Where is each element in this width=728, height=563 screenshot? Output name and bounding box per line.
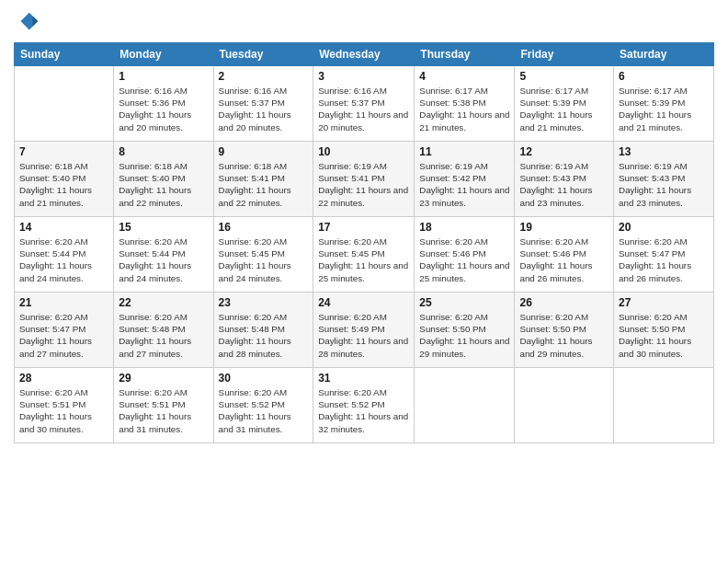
cell-info: Sunrise: 6:20 AM Sunset: 5:50 PM Dayligh… [619, 311, 709, 360]
weekday-header-sunday: Sunday [15, 43, 114, 66]
day-number: 25 [419, 296, 509, 309]
calendar-cell [15, 66, 114, 142]
cell-info: Sunrise: 6:20 AM Sunset: 5:51 PM Dayligh… [19, 386, 108, 435]
day-number: 8 [119, 145, 208, 158]
calendar-cell: 12Sunrise: 6:19 AM Sunset: 5:43 PM Dayli… [515, 142, 614, 217]
day-number: 7 [19, 145, 108, 158]
cell-info: Sunrise: 6:19 AM Sunset: 5:41 PM Dayligh… [318, 160, 409, 209]
day-number: 5 [519, 70, 609, 83]
day-number: 12 [519, 145, 609, 158]
calendar-cell [415, 368, 515, 443]
calendar-cell: 2Sunrise: 6:16 AM Sunset: 5:37 PM Daylig… [213, 66, 313, 142]
calendar-cell: 24Sunrise: 6:20 AM Sunset: 5:49 PM Dayli… [313, 293, 415, 368]
calendar-cell: 29Sunrise: 6:20 AM Sunset: 5:51 PM Dayli… [114, 368, 213, 443]
logo-icon [14, 9, 40, 35]
cell-info: Sunrise: 6:18 AM Sunset: 5:41 PM Dayligh… [219, 160, 309, 209]
cell-info: Sunrise: 6:17 AM Sunset: 5:39 PM Dayligh… [619, 85, 709, 133]
day-number: 9 [219, 145, 309, 158]
day-number: 3 [318, 70, 409, 83]
calendar-cell: 7Sunrise: 6:18 AM Sunset: 5:40 PM Daylig… [15, 142, 114, 217]
calendar-cell: 3Sunrise: 6:16 AM Sunset: 5:37 PM Daylig… [313, 66, 415, 142]
day-number: 22 [119, 296, 208, 309]
day-number: 10 [318, 145, 409, 158]
day-number: 29 [119, 372, 208, 385]
calendar-cell: 28Sunrise: 6:20 AM Sunset: 5:51 PM Dayli… [15, 368, 114, 443]
cell-info: Sunrise: 6:19 AM Sunset: 5:43 PM Dayligh… [519, 160, 609, 209]
day-number: 26 [519, 296, 609, 309]
cell-info: Sunrise: 6:16 AM Sunset: 5:36 PM Dayligh… [119, 85, 208, 133]
cell-info: Sunrise: 6:20 AM Sunset: 5:48 PM Dayligh… [219, 311, 309, 360]
day-number: 1 [119, 70, 208, 83]
calendar-cell: 21Sunrise: 6:20 AM Sunset: 5:47 PM Dayli… [15, 293, 114, 368]
calendar-cell [614, 368, 714, 443]
cell-info: Sunrise: 6:18 AM Sunset: 5:40 PM Dayligh… [19, 160, 108, 209]
cell-info: Sunrise: 6:20 AM Sunset: 5:44 PM Dayligh… [19, 236, 108, 284]
cell-info: Sunrise: 6:20 AM Sunset: 5:44 PM Dayligh… [119, 236, 208, 284]
calendar-cell: 20Sunrise: 6:20 AM Sunset: 5:47 PM Dayli… [614, 217, 714, 293]
calendar-cell: 5Sunrise: 6:17 AM Sunset: 5:39 PM Daylig… [515, 66, 614, 142]
day-number: 2 [219, 70, 309, 83]
week-row-2: 7Sunrise: 6:18 AM Sunset: 5:40 PM Daylig… [15, 142, 714, 217]
cell-info: Sunrise: 6:20 AM Sunset: 5:46 PM Dayligh… [519, 236, 609, 284]
day-number: 19 [519, 221, 609, 234]
calendar: SundayMondayTuesdayWednesdayThursdayFrid… [14, 42, 714, 443]
cell-info: Sunrise: 6:20 AM Sunset: 5:47 PM Dayligh… [19, 311, 108, 360]
calendar-cell: 19Sunrise: 6:20 AM Sunset: 5:46 PM Dayli… [515, 217, 614, 293]
week-row-5: 28Sunrise: 6:20 AM Sunset: 5:51 PM Dayli… [15, 368, 714, 443]
day-number: 15 [119, 221, 208, 234]
calendar-cell: 31Sunrise: 6:20 AM Sunset: 5:52 PM Dayli… [313, 368, 415, 443]
calendar-cell: 18Sunrise: 6:20 AM Sunset: 5:46 PM Dayli… [415, 217, 515, 293]
cell-info: Sunrise: 6:20 AM Sunset: 5:45 PM Dayligh… [318, 236, 409, 284]
calendar-cell: 13Sunrise: 6:19 AM Sunset: 5:43 PM Dayli… [614, 142, 714, 217]
day-number: 16 [219, 221, 309, 234]
day-number: 31 [318, 372, 409, 385]
day-number: 4 [419, 70, 509, 83]
weekday-header-saturday: Saturday [614, 43, 714, 66]
calendar-cell: 8Sunrise: 6:18 AM Sunset: 5:40 PM Daylig… [114, 142, 213, 217]
week-row-1: 1Sunrise: 6:16 AM Sunset: 5:36 PM Daylig… [15, 66, 714, 142]
calendar-cell: 9Sunrise: 6:18 AM Sunset: 5:41 PM Daylig… [213, 142, 313, 217]
weekday-header-row: SundayMondayTuesdayWednesdayThursdayFrid… [15, 43, 714, 66]
weekday-header-thursday: Thursday [415, 43, 515, 66]
calendar-cell: 16Sunrise: 6:20 AM Sunset: 5:45 PM Dayli… [213, 217, 313, 293]
page: SundayMondayTuesdayWednesdayThursdayFrid… [0, 0, 728, 563]
day-number: 11 [419, 145, 509, 158]
cell-info: Sunrise: 6:19 AM Sunset: 5:42 PM Dayligh… [419, 160, 509, 209]
day-number: 30 [219, 372, 309, 385]
week-row-4: 21Sunrise: 6:20 AM Sunset: 5:47 PM Dayli… [15, 293, 714, 368]
weekday-header-wednesday: Wednesday [313, 43, 415, 66]
calendar-cell: 6Sunrise: 6:17 AM Sunset: 5:39 PM Daylig… [614, 66, 714, 142]
calendar-cell: 1Sunrise: 6:16 AM Sunset: 5:36 PM Daylig… [114, 66, 213, 142]
cell-info: Sunrise: 6:20 AM Sunset: 5:45 PM Dayligh… [219, 236, 309, 284]
calendar-cell: 23Sunrise: 6:20 AM Sunset: 5:48 PM Dayli… [213, 293, 313, 368]
calendar-cell: 17Sunrise: 6:20 AM Sunset: 5:45 PM Dayli… [313, 217, 415, 293]
weekday-header-monday: Monday [114, 43, 213, 66]
cell-info: Sunrise: 6:20 AM Sunset: 5:49 PM Dayligh… [318, 311, 409, 360]
calendar-cell: 27Sunrise: 6:20 AM Sunset: 5:50 PM Dayli… [614, 293, 714, 368]
calendar-cell: 22Sunrise: 6:20 AM Sunset: 5:48 PM Dayli… [114, 293, 213, 368]
day-number: 21 [19, 296, 108, 309]
day-number: 27 [619, 296, 709, 309]
day-number: 6 [619, 70, 709, 83]
cell-info: Sunrise: 6:19 AM Sunset: 5:43 PM Dayligh… [619, 160, 709, 209]
logo [14, 9, 41, 35]
calendar-cell: 10Sunrise: 6:19 AM Sunset: 5:41 PM Dayli… [313, 142, 415, 217]
cell-info: Sunrise: 6:17 AM Sunset: 5:38 PM Dayligh… [419, 85, 509, 133]
calendar-cell: 14Sunrise: 6:20 AM Sunset: 5:44 PM Dayli… [15, 217, 114, 293]
weekday-header-friday: Friday [515, 43, 614, 66]
calendar-cell: 11Sunrise: 6:19 AM Sunset: 5:42 PM Dayli… [415, 142, 515, 217]
cell-info: Sunrise: 6:20 AM Sunset: 5:47 PM Dayligh… [619, 236, 709, 284]
day-number: 23 [219, 296, 309, 309]
cell-info: Sunrise: 6:20 AM Sunset: 5:46 PM Dayligh… [419, 236, 509, 284]
cell-info: Sunrise: 6:18 AM Sunset: 5:40 PM Dayligh… [119, 160, 208, 209]
day-number: 28 [19, 372, 108, 385]
cell-info: Sunrise: 6:16 AM Sunset: 5:37 PM Dayligh… [318, 85, 409, 133]
calendar-cell: 26Sunrise: 6:20 AM Sunset: 5:50 PM Dayli… [515, 293, 614, 368]
day-number: 13 [619, 145, 709, 158]
cell-info: Sunrise: 6:16 AM Sunset: 5:37 PM Dayligh… [219, 85, 309, 133]
weekday-header-tuesday: Tuesday [213, 43, 313, 66]
cell-info: Sunrise: 6:20 AM Sunset: 5:52 PM Dayligh… [318, 386, 409, 435]
cell-info: Sunrise: 6:20 AM Sunset: 5:50 PM Dayligh… [519, 311, 609, 360]
calendar-cell: 15Sunrise: 6:20 AM Sunset: 5:44 PM Dayli… [114, 217, 213, 293]
week-row-3: 14Sunrise: 6:20 AM Sunset: 5:44 PM Dayli… [15, 217, 714, 293]
